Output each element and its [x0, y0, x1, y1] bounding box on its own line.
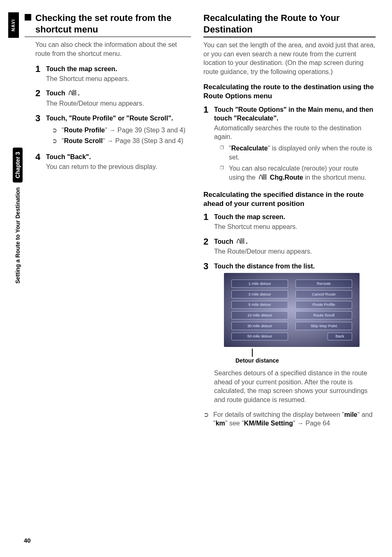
step-after: The Shortcut menu appears.: [214, 222, 376, 231]
note-text: "Recalculate" is displayed only when the…: [229, 144, 376, 162]
step-bold: Touch "Back".: [46, 153, 191, 162]
step-bold: Touch .: [46, 89, 191, 98]
sublink-row: ➲ "Route Scroll" → Page 38 (Step 3 and 4…: [52, 136, 191, 146]
note-text: You can also recalculate (reroute) your …: [229, 164, 376, 182]
note-post: in the shortcut menu.: [303, 174, 367, 181]
step-bold: Touch "Route Options" in the Main menu, …: [214, 105, 376, 123]
shot-button-route-profile[interactable]: Route Profile: [295, 301, 352, 309]
link-text: For details of switching the display bet…: [213, 410, 376, 428]
step-number: 4: [35, 153, 43, 171]
shot-button[interactable]: 10 mile detour: [231, 311, 288, 319]
svg-rect-5: [263, 174, 266, 176]
link-b3: KM/Mile Setting: [244, 420, 293, 427]
route-detour-icon: [258, 173, 267, 183]
step-after: The Route/Detour menu appears.: [214, 247, 376, 256]
svg-rect-7: [263, 178, 266, 179]
sublink-list: ➲ "Route Profile" → Page 39 (Step 3 and …: [52, 126, 191, 145]
sublink-label: Route Profile: [64, 127, 105, 134]
right-step: 3 Touch the distance from the list. 1 mi…: [203, 262, 376, 404]
sub2-heading: Recalculating the specified distance in …: [203, 190, 376, 208]
step-bold-post: .: [78, 90, 79, 97]
link-pre: For details of switching the display bet…: [213, 411, 344, 418]
shot-button-reroute[interactable]: Reroute: [295, 280, 352, 288]
step-body: Touch "Route Options" in the Main menu, …: [214, 105, 376, 185]
page-number: 40: [24, 536, 31, 545]
note-row: ❐ "Recalculate" is displayed only when t…: [220, 144, 376, 162]
shot-button-cancel-route[interactable]: Cancel Route: [295, 290, 352, 298]
left-heading: Checking the set route from the shortcut…: [25, 12, 191, 37]
step-number: 1: [203, 105, 211, 185]
note-bullet: ❐: [220, 164, 226, 182]
step-number: 2: [35, 89, 43, 108]
shot-button-skip-waypoint[interactable]: Skip Way Point: [295, 322, 352, 330]
note-bold: Recalculate: [231, 145, 268, 152]
note-bold: Chg.Route: [270, 174, 303, 181]
shot-button[interactable]: 50 mile detour: [231, 333, 288, 341]
left-step: 1 Touch the map screen. The Shortcut men…: [25, 65, 191, 83]
shot-button-route-scroll[interactable]: Route Scroll: [295, 311, 352, 319]
step-body: Touch the map screen. The Shortcut menu …: [214, 213, 376, 231]
step-number: 1: [203, 213, 211, 231]
right-heading: Recalculating the Route to Your Destinat…: [203, 12, 376, 37]
bottom-link-row: ➲ For details of switching the display b…: [203, 410, 376, 428]
link-mid2: " see ": [225, 420, 244, 427]
left-intro: You can also check the information about…: [25, 40, 191, 58]
sublink-text: "Route Scroll" → Page 38 (Step 3 and 4): [62, 136, 183, 146]
step-number: 3: [35, 114, 43, 147]
step-bold-post: .: [246, 238, 247, 245]
detour-screenshot: 1 mile detour 3 mile detour 5 mile detou…: [224, 273, 360, 347]
svg-rect-3: [73, 94, 76, 95]
callout-line: [252, 349, 253, 357]
side-label-chapter: Chapter 3: [13, 148, 23, 183]
svg-rect-6: [263, 176, 266, 178]
link-b2: km: [216, 420, 225, 427]
step-bold: Touch .: [214, 237, 376, 247]
right-step: 1 Touch "Route Options" in the Main menu…: [203, 105, 376, 185]
sublink-tail: → Page 38 (Step 3 and 4): [105, 137, 183, 144]
step-after: The Route/Detour menu appears.: [46, 99, 191, 108]
left-step: 4 Touch "Back". You can return to the pr…: [25, 153, 191, 171]
svg-marker-0: [70, 90, 71, 91]
link-tail: " → Page 64: [293, 420, 330, 427]
svg-rect-2: [73, 92, 76, 93]
right-step: 1 Touch the map screen. The Shortcut men…: [203, 213, 376, 231]
note-bullet: ❐: [220, 144, 226, 162]
step-body: Touch "Back". You can return to the prev…: [46, 153, 191, 171]
shot-button[interactable]: 30 mile detour: [231, 322, 288, 330]
shot-right-col: Reroute Cancel Route Route Profile Route…: [295, 280, 352, 340]
sublink-text: "Route Profile" → Page 39 (Step 3 and 4): [62, 126, 185, 135]
sublink-tail: → Page 39 (Step 3 and 4): [107, 127, 185, 134]
step-body: Touch . The Route/Detour menu appears.: [46, 89, 191, 108]
right-step: 2 Touch . The Route/Detour menu appears.: [203, 237, 376, 256]
navi-rail: NAVI: [8, 12, 19, 38]
link-bullet: ➲: [52, 136, 58, 146]
svg-rect-11: [241, 242, 244, 243]
shot-button-back[interactable]: Back: [327, 333, 352, 341]
link-bullet: ➲: [203, 410, 210, 428]
step-number: 1: [35, 65, 43, 83]
navi-rail-text: NAVI: [11, 19, 17, 31]
svg-marker-4: [261, 174, 261, 175]
step-bold-pre: Touch: [214, 238, 235, 245]
step-after: You can return to the previous display.: [46, 162, 191, 171]
step-body: Touch the distance from the list. 1 mile…: [214, 262, 376, 404]
left-column: Checking the set route from the shortcut…: [25, 12, 191, 428]
side-chapter-label: Setting a Route to Your Destination Chap…: [14, 148, 22, 284]
side-label-text: Setting a Route to Your Destination: [14, 187, 21, 284]
page-body: Checking the set route from the shortcut…: [0, 0, 392, 436]
step-body: Touch . The Route/Detour menu appears.: [214, 237, 376, 256]
step-after: Automatically searches the route to the …: [214, 124, 376, 141]
shot-button[interactable]: 5 mile detour: [231, 301, 288, 309]
step-number: 2: [203, 237, 211, 256]
link-b1: mile: [344, 411, 357, 418]
left-step: 2 Touch . The Route/Detour menu appears.: [25, 89, 191, 108]
link-bullet: ➲: [52, 126, 58, 135]
shot-button[interactable]: 3 mile detour: [231, 290, 288, 298]
step-bold: Touch, "Route Profile" or "Route Scroll"…: [46, 114, 191, 123]
note-list: ❐ "Recalculate" is displayed only when t…: [220, 144, 376, 182]
step-bold: Touch the distance from the list.: [214, 262, 376, 271]
svg-rect-10: [241, 240, 244, 242]
shot-button[interactable]: 1 mile detour: [231, 280, 288, 288]
left-step: 3 Touch, "Route Profile" or "Route Scrol…: [25, 114, 191, 147]
step-after: The Shortcut menu appears.: [46, 74, 191, 83]
